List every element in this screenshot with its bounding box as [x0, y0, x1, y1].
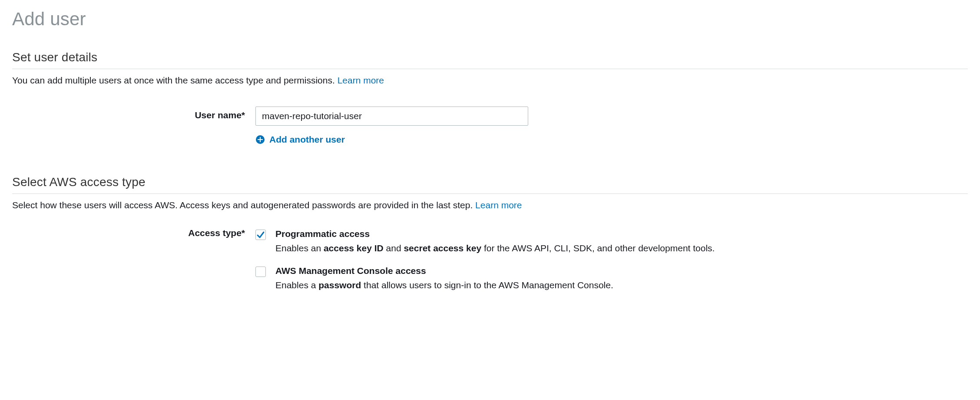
user-details-desc-text: You can add multiple users at once with … [12, 75, 338, 85]
access-type-label: Access type* [12, 226, 255, 238]
plus-circle-icon [255, 135, 265, 144]
option-desc-console: Enables a password that allows users to … [275, 279, 968, 291]
learn-more-link-access-type[interactable]: Learn more [475, 200, 522, 210]
section-heading-user-details: Set user details [12, 50, 968, 64]
access-type-description: Select how these users will access AWS. … [12, 200, 968, 210]
option-title-console: AWS Management Console access [275, 266, 968, 276]
username-label: User name* [12, 107, 255, 120]
checkbox-console-access[interactable] [255, 267, 266, 277]
access-type-options: Programmatic access Enables an access ke… [255, 229, 968, 303]
checkbox-programmatic-access[interactable] [255, 230, 266, 240]
option-desc-programmatic: Enables an access key ID and secret acce… [275, 242, 968, 254]
access-option-console: AWS Management Console access Enables a … [255, 266, 968, 291]
add-another-user-label: Add another user [269, 134, 345, 145]
section-rule [12, 69, 968, 69]
option-body: AWS Management Console access Enables a … [275, 266, 968, 291]
add-user-page: Add user Set user details You can add mu… [0, 0, 980, 329]
access-type-row: Access type* Programmatic access Enables… [12, 226, 968, 303]
learn-more-link-user-details[interactable]: Learn more [338, 75, 384, 85]
add-another-user-button[interactable]: Add another user [255, 134, 968, 145]
option-title-programmatic: Programmatic access [275, 229, 968, 239]
checkbox-wrap [255, 229, 266, 241]
username-input[interactable] [255, 107, 528, 126]
page-title: Add user [12, 9, 968, 30]
checkbox-wrap [255, 266, 266, 279]
option-body: Programmatic access Enables an access ke… [275, 229, 968, 254]
svg-rect-2 [258, 139, 263, 140]
access-type-desc-text: Select how these users will access AWS. … [12, 200, 475, 210]
section-heading-access-type: Select AWS access type [12, 175, 968, 189]
section-rule-access [12, 193, 968, 194]
access-option-programmatic: Programmatic access Enables an access ke… [255, 229, 968, 254]
username-field-col [255, 107, 968, 126]
username-row: User name* [12, 107, 968, 126]
user-details-description: You can add multiple users at once with … [12, 75, 968, 86]
check-icon [256, 230, 265, 239]
